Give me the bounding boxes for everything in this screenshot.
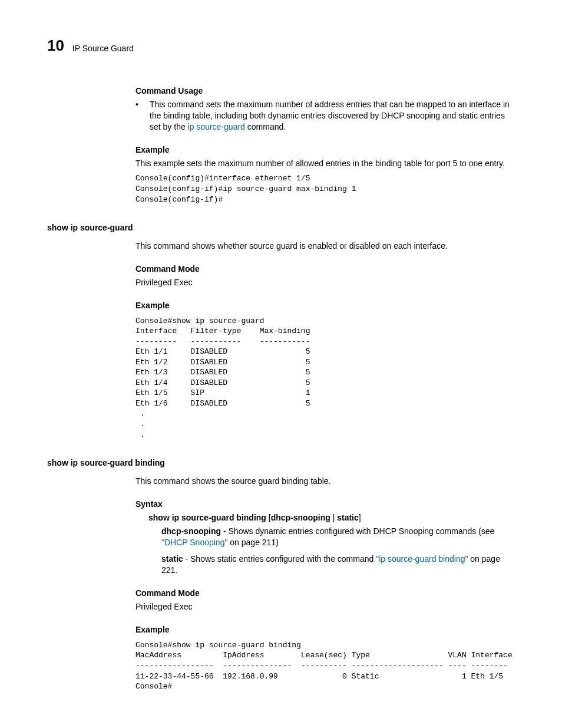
chapter-number: 10 <box>47 35 64 56</box>
link-ip-source-guard[interactable]: ip source-guard <box>188 122 245 131</box>
bullet-item: • This command sets the maximum number o… <box>135 99 515 133</box>
code-block: Console(config)#interface ethernet 1/5 C… <box>135 173 515 205</box>
heading-example: Example <box>135 144 515 156</box>
syntax-option: dhcp-snooping <box>271 513 330 522</box>
link-ip-source-guard-binding[interactable]: "ip source-guard binding" <box>376 554 468 564</box>
heading-show-ip-source-guard: show ip source-guard <box>47 222 515 233</box>
syntax-cmd: show ip source-guard binding <box>148 513 266 522</box>
chapter-title: IP Source Guard <box>72 43 134 54</box>
text-fragment: - Shows dynamic entries configured with … <box>221 526 494 536</box>
param-dhcp-snooping: dhcp-snooping - Shows dynamic entries co… <box>161 526 515 548</box>
code-block: Console#show ip source-guard binding Mac… <box>135 640 515 692</box>
text-fragment: - Shows static entries configured with t… <box>183 554 376 564</box>
text-fragment: command. <box>245 122 286 131</box>
intro-text: This command shows whether source guard … <box>135 241 515 252</box>
heading-command-usage: Command Usage <box>135 85 515 97</box>
section-command-usage: Command Usage • This command sets the ma… <box>135 85 515 205</box>
example-description: This example sets the maximum number of … <box>135 158 515 169</box>
heading-example: Example <box>135 300 515 311</box>
heading-show-ip-source-guard-binding: show ip source-guard binding <box>47 457 515 469</box>
bullet-icon: • <box>135 99 150 133</box>
bullet-text: This command sets the maximum number of … <box>150 99 515 133</box>
text-fragment: on page 211) <box>227 538 278 547</box>
intro-text: This command shows the source guard bind… <box>135 476 515 487</box>
heading-example: Example <box>135 624 515 635</box>
code-block: Console#show ip source-guard Interface F… <box>135 316 515 440</box>
mode-text: Privileged Exec <box>135 601 515 612</box>
syntax-option: static <box>337 513 359 522</box>
mode-text: Privileged Exec <box>135 277 515 288</box>
link-dhcp-snooping[interactable]: "DHCP Snooping" <box>161 538 227 547</box>
syntax-bracket: ] <box>359 513 361 522</box>
heading-command-mode: Command Mode <box>135 263 515 275</box>
param-name: static <box>161 554 183 564</box>
param-static: static - Shows static entries configured… <box>161 554 515 576</box>
syntax-line: show ip source-guard binding [dhcp-snoop… <box>148 512 515 523</box>
section-show-ip-source-guard-binding: This command shows the source guard bind… <box>135 476 515 692</box>
syntax-bracket: [ <box>266 513 271 522</box>
section-show-ip-source-guard: This command shows whether source guard … <box>135 241 515 440</box>
syntax-sep: | <box>330 513 337 522</box>
heading-command-mode: Command Mode <box>135 588 515 599</box>
param-name: dhcp-snooping <box>161 526 221 536</box>
heading-syntax: Syntax <box>135 499 515 510</box>
page-header: 10 IP Source Guard <box>47 35 515 56</box>
